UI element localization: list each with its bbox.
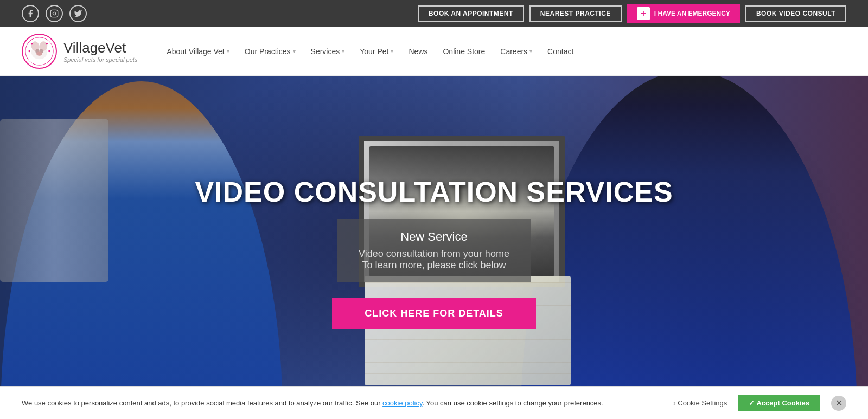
logo-area[interactable]: VillageVet Special vets for special pets [22,34,137,69]
nav-links: About Village Vet ▾ Our Practices ▾ Serv… [159,47,846,56]
nav-careers[interactable]: Careers ▾ [493,47,540,56]
instagram-icon[interactable] [46,5,63,22]
hero-content: VIDEO CONSULTATION SERVICES New Service … [0,76,868,417]
nav-services-arrow: ▾ [342,48,344,54]
top-action-buttons: BOOK AN APPOINTMENT NEAREST PRACTICE + I… [418,4,846,23]
nav-careers-arrow: ▾ [529,48,532,54]
logo-text: VillageVet Special vets for special pets [63,40,137,63]
nav-your-pet[interactable]: Your Pet ▾ [352,47,401,56]
hero-subtitle-line2: Video consultation from your home [359,248,509,260]
nav-contact[interactable]: Contact [540,47,581,56]
logo-circle [22,34,57,69]
nearest-practice-button[interactable]: NEAREST PRACTICE [529,5,622,22]
svg-point-10 [46,43,48,45]
main-navigation: VillageVet Special vets for special pets… [0,27,868,76]
emergency-cross-icon: + [637,7,650,20]
nav-your-pet-arrow: ▾ [391,48,393,54]
social-icons-group [22,5,87,22]
hero-cta-button[interactable]: CLICK HERE FOR DETAILS [332,298,536,329]
nav-about[interactable]: About Village Vet ▾ [159,47,237,56]
nav-practices[interactable]: Our Practices ▾ [237,47,303,56]
hero-subtitle-box: New Service Video consultation from your… [337,219,531,282]
nav-practices-arrow: ▾ [293,48,296,54]
twitter-icon[interactable] [69,5,87,22]
svg-rect-0 [50,10,58,17]
hero-subtitle-line3: To learn more, please click below [359,260,509,271]
nav-services[interactable]: Services ▾ [303,47,353,56]
cookie-text: We use cookies to personalize content an… [22,399,662,407]
facebook-icon[interactable] [22,5,39,22]
cookie-close-button[interactable]: ✕ [831,396,846,411]
svg-point-8 [36,51,42,55]
svg-point-11 [28,50,30,53]
cookie-policy-link[interactable]: cookie policy [382,399,422,407]
cookie-settings-button[interactable]: › Cookie Settings [673,399,727,407]
hero-title: VIDEO CONSULTATION SERVICES [195,176,673,208]
cookie-banner: We use cookies to personalize content an… [0,386,868,419]
hero-section: VIDEO CONSULTATION SERVICES New Service … [0,76,868,417]
nav-news[interactable]: News [401,47,435,56]
nav-online-store[interactable]: Online Store [435,47,493,56]
emergency-button[interactable]: + I HAVE AN EMERGENCY [627,4,740,23]
svg-point-12 [48,50,50,53]
book-video-consult-button[interactable]: BOOK VIDEO CONSULT [745,5,846,22]
book-appointment-button[interactable]: BOOK AN APPOINTMENT [418,5,524,22]
svg-point-9 [31,43,33,45]
hero-subtitle-line1: New Service [359,230,509,244]
top-bar: BOOK AN APPOINTMENT NEAREST PRACTICE + I… [0,0,868,27]
nav-about-arrow: ▾ [227,48,229,54]
cookie-accept-button[interactable]: ✓ Accept Cookies [738,395,820,411]
